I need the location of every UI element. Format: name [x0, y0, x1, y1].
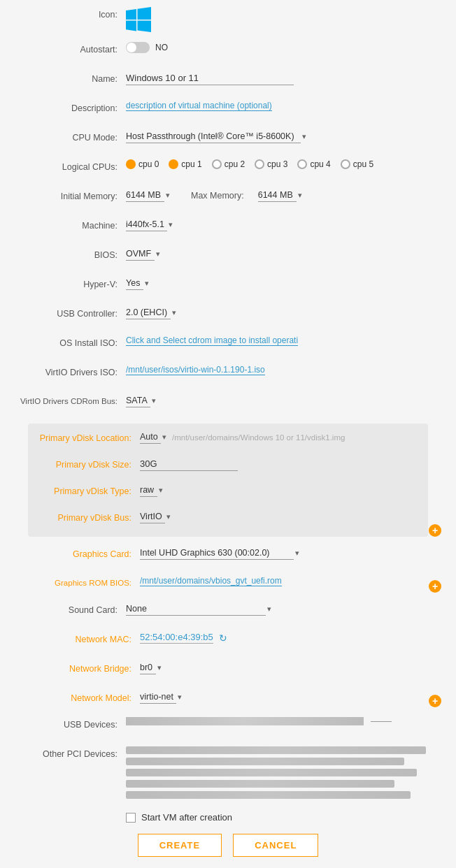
vdisk-type-row: Primary vDisk Type: raw: [28, 484, 428, 503]
cpu0-radio[interactable]: [126, 159, 136, 169]
max-memory-label: Max Memory:: [191, 191, 244, 201]
add-vdisk-button[interactable]: +: [429, 524, 441, 537]
os-install-iso-label: OS Install ISO:: [14, 335, 126, 348]
network-model-label: Network Model:: [28, 690, 140, 703]
name-input[interactable]: [126, 71, 294, 85]
add-network-button[interactable]: +: [429, 695, 441, 707]
network-add-side: +: [428, 632, 442, 710]
graphics-rom-bios-value: /mnt/user/domains/vbios_gvt_uefi.rom: [140, 576, 428, 586]
graphics-rom-bios-row: Graphics ROM BIOS: /mnt/user/domains/vbi…: [28, 576, 428, 595]
cpu5-item: cpu 5: [341, 159, 373, 169]
vdisk-type-select[interactable]: raw: [140, 484, 157, 497]
icon-row: Icon:: [14, 7, 442, 32]
initial-memory-label: Initial Memory:: [14, 189, 126, 201]
cpu2-label: cpu 2: [225, 159, 245, 169]
logical-cpus-label: Logical CPUs:: [14, 159, 126, 172]
vdisk-bus-select[interactable]: VirtIO: [140, 510, 165, 523]
bios-value: OVMF: [126, 247, 442, 261]
cpu1-radio[interactable]: [169, 159, 178, 169]
other-pci-label: Other PCI Devices:: [14, 746, 126, 759]
sound-card-select[interactable]: None: [126, 602, 266, 616]
network-model-row: Network Model: virtio-net: [28, 690, 428, 710]
bios-row: BIOS: OVMF: [14, 247, 442, 267]
network-bridge-value: br0: [140, 661, 428, 674]
graphics-card-select[interactable]: Intel UHD Graphics 630 (00:02.0): [140, 547, 294, 560]
usb-controller-value: 2.0 (EHCI): [126, 306, 442, 319]
max-memory-select[interactable]: 6144 MB: [258, 189, 297, 202]
pci-line-1: [126, 746, 426, 754]
description-label: Description:: [14, 101, 126, 113]
network-model-value: virtio-net: [140, 690, 428, 704]
vdisk-size-input[interactable]: [140, 457, 238, 471]
add-graphics-button[interactable]: +: [429, 580, 441, 593]
icon-value: [126, 7, 442, 32]
graphics-add-side: +: [428, 547, 442, 595]
cpu2-radio[interactable]: [212, 159, 222, 169]
cancel-button[interactable]: CANCEL: [233, 834, 318, 857]
usb-devices-value: [126, 717, 442, 725]
vdisk-type-label: Primary vDisk Type:: [28, 484, 140, 496]
bios-select[interactable]: OVMF: [126, 247, 155, 261]
vdisk-location-select-wrapper: Auto: [140, 431, 166, 444]
cpu-mode-select[interactable]: Host Passthrough (Intel® Core™ i5-8600K): [126, 130, 301, 143]
vm-create-form: Icon: Autostart: NO Name: Description:: [0, 0, 456, 868]
graphics-card-label: Graphics Card:: [28, 547, 140, 559]
graphics-rom-bios-path[interactable]: /mnt/user/domains/vbios_gvt_uefi.rom: [140, 576, 282, 586]
autostart-label: Autostart:: [14, 42, 126, 55]
refresh-mac-icon[interactable]: ↻: [219, 632, 227, 644]
sound-card-row: Sound Card: None: [14, 602, 442, 622]
graphics-section: Graphics Card: Intel UHD Graphics 630 (0…: [14, 547, 442, 595]
vdisk-location-select[interactable]: Auto: [140, 431, 161, 444]
network-bridge-select[interactable]: br0: [140, 661, 156, 674]
primary-vdisk-section: Primary vDisk Location: Auto /mnt/user/d…: [14, 424, 442, 540]
vdisk-type-value: raw: [140, 484, 428, 497]
cpu4-radio[interactable]: [297, 159, 307, 169]
start-vm-label: Start VM after creation: [141, 812, 232, 823]
pci-line-4: [126, 780, 394, 788]
start-vm-row: Start VM after creation: [126, 812, 442, 823]
cpu5-radio[interactable]: [341, 159, 350, 169]
cpu2-item: cpu 2: [212, 159, 245, 169]
usb-controller-select[interactable]: 2.0 (EHCI): [126, 306, 171, 319]
memory-inputs: 6144 MB Max Memory: 6144 MB: [126, 189, 302, 202]
os-install-iso-value: Click and Select cdrom image to install …: [126, 335, 442, 346]
cpu3-label: cpu 3: [267, 159, 287, 169]
vdisk-add-side: +: [428, 424, 442, 540]
cpu1-label: cpu 1: [181, 159, 201, 169]
autostart-toggle[interactable]: [126, 42, 150, 53]
usb-divider: [371, 721, 392, 722]
network-model-select[interactable]: virtio-net: [140, 690, 176, 704]
os-install-iso-link[interactable]: Click and Select cdrom image to install …: [126, 335, 298, 346]
cpu3-radio[interactable]: [255, 159, 264, 169]
initial-memory-wrapper: 6144 MB: [126, 189, 170, 202]
virtio-drivers-iso-path[interactable]: /mnt/user/isos/virtio-win-0.1.190-1.iso: [126, 365, 265, 375]
autostart-row: Autostart: NO: [14, 42, 442, 62]
network-side-left: [14, 632, 28, 710]
autostart-text: NO: [155, 43, 168, 52]
hyperv-select[interactable]: Yes: [126, 277, 143, 290]
description-link[interactable]: description of virtual machine (optional…: [126, 101, 272, 111]
create-button[interactable]: CREATE: [138, 834, 222, 857]
hyperv-value: Yes: [126, 277, 442, 290]
usb-devices-label: USB Devices:: [14, 717, 126, 730]
virtio-cdrom-bus-select[interactable]: SATA: [126, 394, 150, 407]
cpu-mode-row: CPU Mode: Host Passthrough (Intel® Core™…: [14, 130, 442, 150]
name-label: Name:: [14, 71, 126, 84]
machine-row: Machine: i440fx-5.1: [14, 218, 442, 238]
cpu0-item: cpu 0: [126, 159, 159, 169]
graphics-side-left: [14, 547, 28, 595]
cpu3-item: cpu 3: [255, 159, 287, 169]
name-value: [126, 71, 442, 85]
machine-select[interactable]: i440fx-5.1: [126, 218, 167, 231]
vdisk-location-value: Auto /mnt/user/domains/Windows 10 or 11/…: [140, 431, 428, 444]
graphics-rom-bios-label: Graphics ROM BIOS:: [28, 576, 140, 587]
hyperv-select-wrapper: Yes: [126, 277, 149, 290]
vdisk-size-value: [140, 457, 428, 471]
usb-controller-label: USB Controller:: [14, 306, 126, 319]
network-bridge-row: Network Bridge: br0: [28, 661, 428, 681]
description-row: Description: description of virtual mach…: [14, 101, 442, 120]
hyperv-label: Hyper-V:: [14, 277, 126, 289]
initial-memory-select[interactable]: 6144 MB: [126, 189, 164, 202]
start-vm-checkbox[interactable]: [126, 813, 136, 823]
vdisk-path: /mnt/user/domains/Windows 10 or 11/vdisk…: [172, 433, 345, 442]
